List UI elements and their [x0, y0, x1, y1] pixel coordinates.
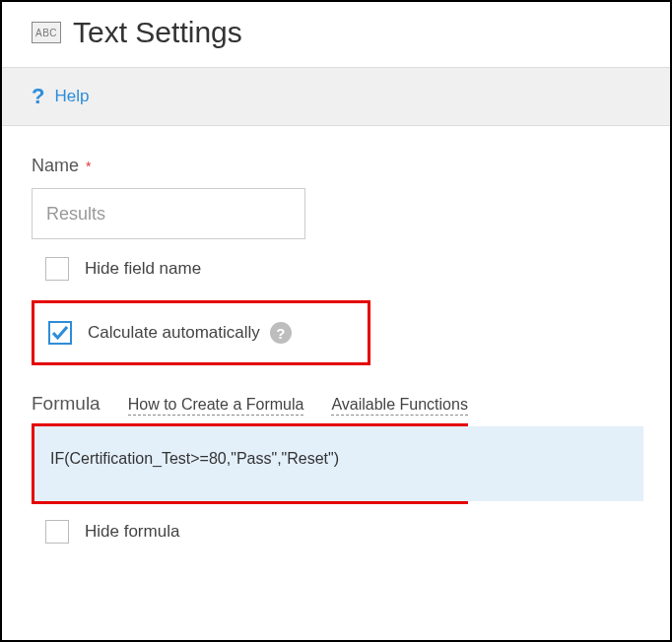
formula-input[interactable]: IF(Certification_Test>=80,"Pass","Reset"… [34, 426, 643, 501]
hide-formula-checkbox[interactable] [45, 520, 69, 544]
formula-highlight: IF(Certification_Test>=80,"Pass","Reset"… [32, 423, 468, 504]
help-link[interactable]: Help [54, 87, 89, 106]
hide-field-name-label: Hide field name [85, 259, 201, 279]
settings-header: ABC Text Settings [2, 2, 670, 68]
calc-auto-checkbox[interactable] [48, 321, 72, 345]
form-area: Name * Hide field name Calculate automat… [2, 126, 670, 544]
calc-auto-highlight: Calculate automatically ? [32, 300, 370, 365]
functions-link[interactable]: Available Functions [331, 396, 467, 416]
help-icon: ? [32, 86, 44, 107]
name-input[interactable] [32, 188, 305, 239]
page-title: Text Settings [73, 16, 242, 49]
required-mark: * [86, 159, 91, 174]
howto-link[interactable]: How to Create a Formula [128, 396, 304, 416]
text-field-icon: ABC [32, 22, 61, 43]
hide-formula-row[interactable]: Hide formula [45, 520, 640, 544]
help-bar[interactable]: ? Help [2, 68, 670, 126]
name-label: Name * [32, 156, 640, 176]
formula-title: Formula [32, 393, 101, 415]
hide-field-name-row[interactable]: Hide field name [45, 257, 640, 281]
calc-auto-row[interactable]: Calculate automatically ? [48, 321, 358, 345]
hide-formula-label: Hide formula [85, 522, 179, 542]
info-icon[interactable]: ? [270, 322, 292, 344]
formula-header: Formula How to Create a Formula Availabl… [32, 393, 640, 416]
calc-auto-label: Calculate automatically [88, 323, 260, 343]
hide-field-name-checkbox[interactable] [45, 257, 69, 281]
